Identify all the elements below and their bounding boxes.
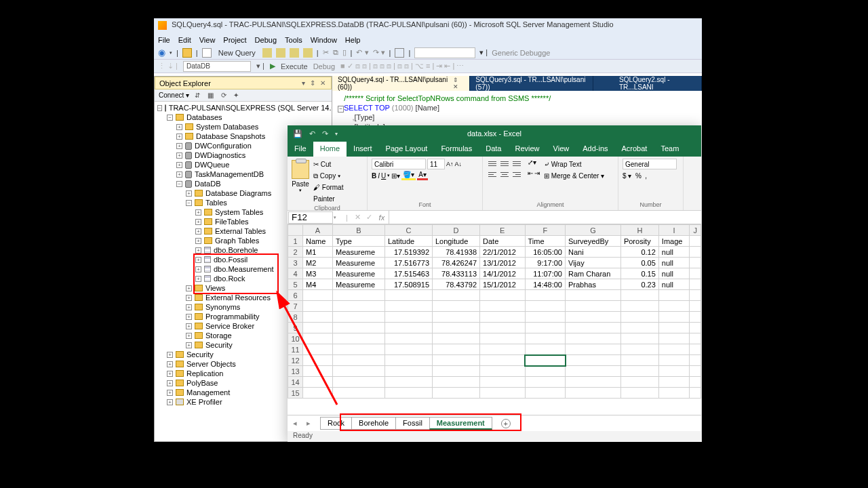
ribbon-tab-view[interactable]: View xyxy=(547,142,576,157)
orientation-icon[interactable]: ⤢▾ xyxy=(528,159,536,168)
empty-cell[interactable] xyxy=(566,366,621,377)
empty-cell[interactable] xyxy=(303,301,333,312)
empty-cell[interactable] xyxy=(658,366,689,377)
tree-prog[interactable]: Programmability xyxy=(205,312,259,321)
menu-edit[interactable]: Edit xyxy=(178,36,191,44)
empty-cell[interactable] xyxy=(433,323,480,333)
header-cell[interactable]: Time xyxy=(525,236,565,247)
ribbon-tab-insert[interactable]: Insert xyxy=(347,142,379,157)
empty-cell[interactable] xyxy=(525,290,565,301)
col-header-C[interactable]: C xyxy=(384,225,432,236)
empty-cell[interactable] xyxy=(433,344,480,355)
empty-cell[interactable] xyxy=(620,290,658,301)
panel-controls[interactable]: ▾ ⇕ ✕ xyxy=(302,79,327,87)
empty-cell[interactable] xyxy=(525,344,565,355)
menu-file[interactable]: File xyxy=(158,36,170,44)
menu-project[interactable]: Project xyxy=(223,36,246,44)
empty-cell[interactable] xyxy=(658,377,689,388)
empty-cell[interactable] xyxy=(620,388,658,399)
data-cell[interactable]: 78.426247 xyxy=(433,258,480,268)
tree-poly[interactable]: PolyBase xyxy=(186,379,218,387)
tree-syst[interactable]: System Tables xyxy=(215,208,263,216)
tool-icon-4[interactable] xyxy=(303,48,313,58)
tree-xe[interactable]: XE Profiler xyxy=(186,398,222,406)
execute-button[interactable]: Execute xyxy=(281,62,308,70)
tree-datadb[interactable]: DataDB xyxy=(195,180,221,188)
excel-ribbon-tabs[interactable]: File Home Insert Page Layout Formulas Da… xyxy=(288,142,701,157)
tree-svc[interactable]: Service Broker xyxy=(205,322,254,330)
tree-mgmt[interactable]: Management xyxy=(186,388,230,396)
col-header-J[interactable]: J xyxy=(690,225,701,236)
empty-cell[interactable] xyxy=(480,301,526,312)
empty-cell[interactable] xyxy=(333,377,385,388)
col-header-F[interactable]: F xyxy=(525,225,565,236)
empty-cell[interactable] xyxy=(333,366,385,377)
tree-snap[interactable]: Database Snapshots xyxy=(196,132,265,140)
data-cell[interactable]: Vijay xyxy=(566,258,621,268)
empty-cell[interactable] xyxy=(690,312,701,323)
empty-cell[interactable] xyxy=(690,290,701,301)
empty-cell[interactable] xyxy=(690,323,701,333)
empty-cell[interactable] xyxy=(566,355,621,366)
empty-cell[interactable] xyxy=(658,301,689,312)
empty-cell[interactable] xyxy=(620,312,658,323)
empty-cell[interactable] xyxy=(333,344,385,355)
col-header-E[interactable]: E xyxy=(480,225,526,236)
empty-cell[interactable] xyxy=(384,366,432,377)
ribbon-tab-pagelayout[interactable]: Page Layout xyxy=(379,142,435,157)
col-header-A[interactable]: A xyxy=(303,225,333,236)
menu-window[interactable]: Window xyxy=(311,36,337,44)
ribbon-tab-file[interactable]: File xyxy=(288,142,313,157)
col-header-D[interactable]: D xyxy=(433,225,480,236)
italic-button[interactable]: I xyxy=(378,172,380,180)
data-cell[interactable]: Nani xyxy=(566,247,621,258)
query-tab-4[interactable]: SQLQuery4.sql - TR...LSANI\pulsani (60))… xyxy=(332,76,470,91)
tool-icon-2[interactable] xyxy=(276,48,285,58)
add-sheet-button[interactable]: + xyxy=(501,419,511,428)
tree-dwq[interactable]: DWQueue xyxy=(195,161,229,169)
row-header-6[interactable]: 6 xyxy=(288,290,303,301)
data-cell[interactable]: 0.05 xyxy=(620,258,658,268)
data-cell[interactable]: 17.516773 xyxy=(384,258,432,268)
empty-cell[interactable] xyxy=(566,388,621,399)
empty-cell[interactable] xyxy=(303,344,333,355)
empty-cell[interactable] xyxy=(566,301,621,312)
border-button[interactable]: ⊞▾ xyxy=(391,172,400,180)
empty-cell[interactable] xyxy=(333,333,385,344)
indent-dec-icon[interactable]: ⇤ xyxy=(528,169,533,179)
database-selector[interactable]: DataDB xyxy=(183,61,251,72)
menu-debug[interactable]: Debug xyxy=(255,36,277,44)
paste-button[interactable]: Paste▾ xyxy=(292,159,309,193)
sheet-tab-rock[interactable]: Rock xyxy=(320,417,352,430)
row-header-5[interactable]: 5 xyxy=(288,279,303,290)
empty-cell[interactable] xyxy=(384,377,432,388)
menu-view[interactable]: View xyxy=(199,36,216,44)
empty-cell[interactable] xyxy=(525,388,565,399)
data-cell[interactable]: M2 xyxy=(303,258,333,268)
debug-button[interactable]: Debug xyxy=(313,62,335,70)
data-cell[interactable]: Measureme xyxy=(333,258,385,268)
empty-cell[interactable] xyxy=(658,312,689,323)
empty-cell[interactable] xyxy=(690,333,701,344)
empty-cell[interactable] xyxy=(333,312,385,323)
empty-cell[interactable] xyxy=(303,333,333,344)
align-center-icon[interactable] xyxy=(499,169,510,179)
header-cell[interactable]: Type xyxy=(333,236,385,247)
row-header-9[interactable]: 9 xyxy=(288,323,303,333)
data-cell[interactable]: 78.43792 xyxy=(433,279,480,290)
empty-cell[interactable] xyxy=(525,323,565,333)
data-cell[interactable]: null xyxy=(658,258,689,268)
empty-cell[interactable] xyxy=(525,333,565,344)
empty-cell[interactable] xyxy=(333,290,385,301)
empty-cell[interactable] xyxy=(433,377,480,388)
back-icon[interactable]: ◉ xyxy=(158,47,165,58)
empty-cell[interactable] xyxy=(620,344,658,355)
empty-cell[interactable] xyxy=(690,377,701,388)
align-right-icon[interactable] xyxy=(511,169,522,179)
empty-cell[interactable] xyxy=(620,333,658,344)
fill-color-button[interactable]: 🪣▾ xyxy=(401,171,416,180)
ribbon-tab-home[interactable]: Home xyxy=(313,142,347,157)
empty-cell[interactable] xyxy=(480,333,526,344)
execute-icon[interactable]: ▶ xyxy=(270,62,275,70)
objexp-toolbar-icons[interactable]: ⇵ ▦ ⟳ ✦ xyxy=(195,92,241,99)
